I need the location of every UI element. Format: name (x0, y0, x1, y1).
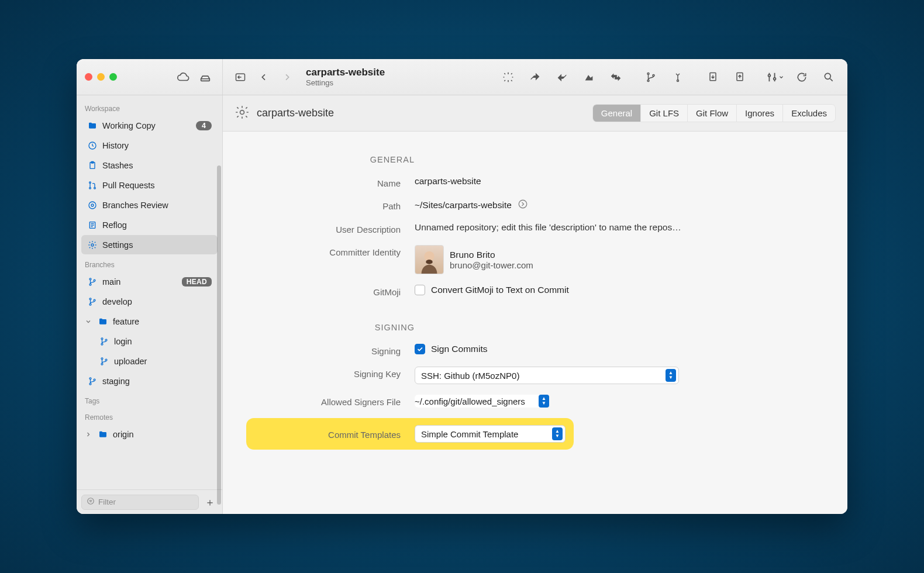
row-allowed-signers: Allowed Signers File ~/.config/git/allow… (246, 395, 824, 408)
refresh-icon[interactable] (790, 67, 813, 87)
sidebar-item-reflog[interactable]: Reflog (81, 215, 218, 234)
sidebar-item-history[interactable]: History (81, 136, 218, 155)
cloud-icon[interactable] (174, 69, 192, 85)
settings-menu-icon[interactable] (763, 67, 787, 87)
filter-input[interactable]: Filter (81, 495, 199, 510)
repo-name: carparts-website (257, 107, 334, 119)
traffic-lights (85, 73, 117, 81)
scrollbar[interactable] (217, 165, 221, 505)
filter-placeholder: Filter (98, 498, 116, 506)
label-identity: Committer Identity (246, 245, 415, 257)
svg-point-39 (426, 260, 433, 264)
sidebar-item-label: Branches Review (102, 201, 212, 210)
sidebar-item-pull-requests[interactable]: Pull Requests (81, 175, 218, 195)
window-subtitle: Settings (306, 78, 385, 87)
identity-name: Bruno Brito (450, 250, 533, 260)
svg-point-22 (94, 279, 95, 281)
commit-template-select[interactable]: Simple Commit Template ▲▼ (415, 425, 566, 443)
tab-git-flow[interactable]: Git Flow (687, 105, 736, 122)
apply-stash-icon[interactable] (728, 67, 751, 87)
tab-general[interactable]: General (593, 105, 640, 122)
branch-icon (87, 278, 98, 286)
sync-icon[interactable] (604, 67, 628, 87)
svg-point-35 (88, 498, 94, 505)
branch-icon (87, 377, 98, 385)
sidebar-item-remote-origin[interactable]: origin (81, 424, 218, 444)
remote-label: origin (113, 430, 212, 439)
clipboard-icon (87, 161, 98, 170)
svg-point-8 (774, 77, 776, 80)
search-icon[interactable] (817, 67, 840, 87)
sidebar-item-branches-review[interactable]: Branches Review (81, 195, 218, 215)
branch-icon[interactable] (639, 67, 663, 87)
value-name: carparts-website (415, 176, 824, 187)
svg-point-19 (91, 244, 94, 246)
sidebar-item-folder-feature[interactable]: feature (81, 312, 218, 331)
row-identity: Committer Identity Bruno Brito bruno@git… (246, 245, 824, 274)
titlebar-main: carparts-website Settings (223, 67, 847, 87)
back-button[interactable] (253, 67, 274, 87)
sidebar-item-settings[interactable]: Settings (81, 235, 218, 254)
tab-ignores[interactable]: Ignores (736, 105, 782, 122)
quick-actions-icon[interactable] (497, 67, 520, 87)
svg-point-36 (240, 110, 244, 114)
pull-icon[interactable] (550, 67, 574, 87)
content: carparts-website General Git LFS Git Flo… (223, 95, 847, 514)
local-icon[interactable] (196, 69, 214, 85)
chevron-right-icon (84, 431, 93, 438)
tab-git-lfs[interactable]: Git LFS (640, 105, 687, 122)
stash-icon[interactable] (701, 67, 725, 87)
working-copy-badge: 4 (196, 121, 212, 130)
svg-point-9 (825, 73, 830, 79)
svg-point-32 (89, 377, 91, 379)
reflog-icon (87, 220, 98, 230)
gear-icon (87, 240, 98, 250)
sidebar-item-label: Working Copy (102, 121, 191, 130)
stepper-icon: ▲▼ (539, 395, 549, 408)
row-gitmoji: GitMoji Convert GitMoji to Text on Commi… (246, 285, 824, 297)
label-commit-templates: Commit Templates (246, 428, 415, 440)
sidebar-item-branch-login[interactable]: login (81, 332, 218, 351)
settings-tabs: General Git LFS Git Flow Ignores Exclude… (592, 104, 836, 122)
reveal-in-finder-icon[interactable] (518, 199, 528, 212)
stepper-icon: ▲▼ (666, 369, 676, 382)
branch-label: develop (102, 297, 212, 306)
push-icon[interactable] (577, 67, 601, 87)
sidebar-item-branch-staging[interactable]: staging (81, 371, 218, 391)
body: Workspace Working Copy 4 History Stashes… (77, 95, 847, 514)
avatar (415, 245, 444, 274)
sidebar-section-tags: Tags (77, 391, 222, 408)
allowed-signers-select[interactable]: ~/.config/git/allowed_signers ▲▼ (415, 395, 549, 408)
fullscreen-window-button[interactable] (109, 73, 117, 81)
svg-point-25 (94, 299, 95, 301)
sidebar-section-branches: Branches (77, 255, 222, 271)
merge-icon[interactable] (666, 67, 689, 87)
gitmoji-checkbox[interactable] (415, 285, 425, 295)
sidebar-item-label: Stashes (102, 161, 212, 170)
toolbar (497, 67, 840, 87)
tab-excludes[interactable]: Excludes (782, 105, 835, 122)
sidebar-item-branch-main[interactable]: main HEAD (81, 272, 218, 291)
signing-key-select[interactable]: SSH: Github (rM5ozNP0) ▲▼ (415, 367, 679, 384)
svg-point-1 (647, 73, 649, 74)
value-identity[interactable]: Bruno Brito bruno@git-tower.com (415, 245, 824, 274)
sidebar-item-stashes[interactable]: Stashes (81, 156, 218, 175)
fetch-icon[interactable] (523, 67, 547, 87)
label-signing-key: Signing Key (246, 367, 415, 379)
app-window: carparts-website Settings (77, 59, 847, 514)
sidebar-item-branch-uploader[interactable]: uploader (81, 351, 218, 371)
minimize-window-button[interactable] (97, 73, 105, 81)
sidebar-scroll[interactable]: Workspace Working Copy 4 History Stashes… (77, 95, 222, 489)
quick-open-button[interactable] (230, 67, 251, 87)
value-description[interactable]: Unnamed repository; edit this file 'desc… (415, 222, 824, 233)
add-button[interactable]: ＋ (202, 495, 218, 510)
settings-body[interactable]: GENERAL Name carparts-website Path ~/Sit… (223, 132, 847, 514)
sidebar-item-branch-develop[interactable]: develop (81, 292, 218, 311)
commit-templates-highlight: Commit Templates Simple Commit Template … (246, 418, 574, 450)
sign-commits-checkbox[interactable] (415, 344, 425, 354)
folder-icon (98, 317, 108, 326)
sidebar-item-working-copy[interactable]: Working Copy 4 (81, 116, 218, 135)
forward-button[interactable] (277, 67, 298, 87)
window-title: carparts-website (306, 67, 385, 78)
close-window-button[interactable] (85, 73, 92, 81)
